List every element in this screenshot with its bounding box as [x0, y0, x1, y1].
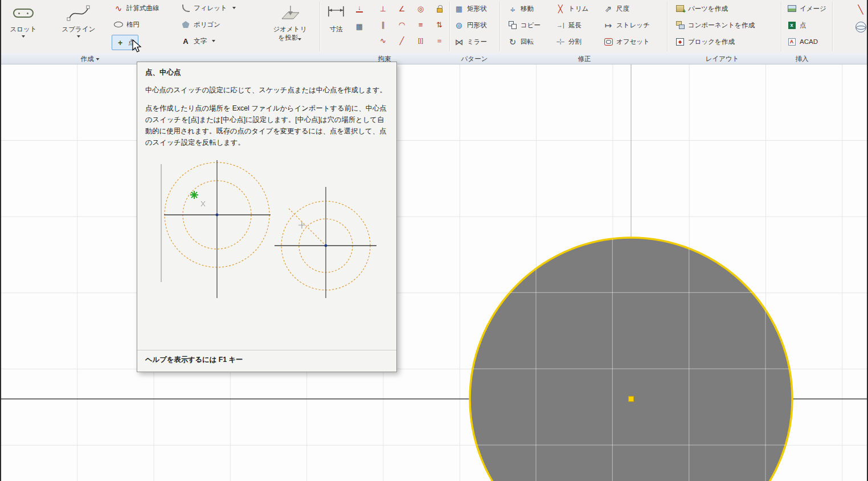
dimension-table-button[interactable]: ▦ [351, 19, 367, 34]
ellipse-button[interactable]: 楕円 [110, 17, 142, 32]
slot-button[interactable]: スロット [1, 0, 46, 52]
make-part-button[interactable]: パーツを作成 [672, 1, 731, 16]
import-points-button[interactable]: x 点 [784, 18, 809, 32]
panel-label-create[interactable]: 作成 [81, 55, 100, 63]
horizontal-constraint-button[interactable]: ╱ [393, 33, 411, 48]
mirror-button[interactable]: ⋈ ミラー [451, 34, 490, 49]
slot-label: スロット [10, 25, 36, 33]
sketch-canvas[interactable] [0, 64, 868, 481]
circular-pattern-label: 円形状 [467, 21, 487, 30]
tangent-constraint-button[interactable]: ∠ [393, 1, 411, 16]
faint-point-marker [298, 222, 305, 229]
make-components-label: コンポーネントを作成 [688, 21, 755, 30]
polygon-button[interactable]: ポリゴン [178, 17, 223, 32]
slot-icon [13, 9, 34, 18]
symmetric-constraint-button[interactable]: [|] [412, 33, 429, 48]
copy-icon [507, 20, 518, 30]
panel-separator [320, 2, 320, 51]
circular-pattern-button[interactable]: ⊚ 円形状 [451, 18, 490, 32]
copy-button[interactable]: コピー [505, 18, 543, 32]
auto-dimension-button[interactable]: ↓ [351, 1, 367, 16]
equation-curve-button[interactable]: ∿ 計算式曲線 [110, 1, 162, 15]
construction-icon: ╲ [858, 5, 863, 14]
trim-icon: ╳ [555, 3, 566, 14]
offset-button[interactable]: オフセット [600, 34, 653, 49]
insert-acad-button[interactable]: A ACAD [784, 34, 821, 49]
offset-label: オフセット [616, 38, 650, 46]
rectangular-pattern-button[interactable]: ▦ 矩形状 [451, 1, 490, 16]
scale-icon: ⇗ [603, 3, 613, 14]
text-button[interactable]: A 文字 [178, 34, 218, 48]
polygon-label: ポリゴン [194, 21, 220, 29]
chevron-down-icon [232, 7, 236, 9]
project-geometry-icon [279, 4, 301, 22]
insert-image-label: イメージ [800, 5, 826, 13]
insert-image-button[interactable]: イメージ [784, 1, 829, 16]
collinear-constraint-button[interactable]: ≡ [412, 17, 429, 32]
stretch-button[interactable]: ↦ ストレッチ [600, 18, 653, 32]
point-icon: + [115, 38, 125, 48]
rotate-label: 回転 [521, 38, 534, 46]
extend-button[interactable]: →| 延長 [552, 18, 584, 32]
ellipse-icon [113, 19, 124, 30]
image-icon [787, 3, 797, 14]
split-button[interactable]: –¦– 分割 [552, 34, 584, 49]
chevron-down-icon [22, 35, 25, 38]
concentric-constraint-button[interactable]: ◎ [412, 1, 429, 16]
panel-label-create-text: 作成 [81, 55, 94, 62]
spline-button[interactable]: スプライン [54, 0, 104, 52]
acad-icon: A [787, 36, 797, 47]
tooltip-divider [137, 350, 396, 350]
fix-constraint-button[interactable] [431, 1, 448, 16]
chevron-down-icon [298, 38, 301, 40]
panel-label-bar: 作成 拘束 パターン 修正 レイアウト 挿入 [0, 53, 868, 64]
smooth-constraint-button[interactable]: ∿ [374, 33, 392, 48]
create-block-label: ブロックを作成 [688, 38, 735, 46]
dimension-button[interactable]: 寸法 [322, 0, 350, 52]
equation-curve-label: 計算式曲線 [126, 4, 159, 13]
spline-icon [67, 5, 91, 22]
perpendicular-constraint-button[interactable]: ⊥ [374, 1, 392, 16]
import-points-label: 点 [800, 21, 806, 30]
coincident-constraint-button[interactable]: ◠ [393, 17, 411, 32]
circle-center-point[interactable] [629, 397, 634, 402]
project-geometry-label-line1: ジオメトリ [273, 25, 307, 33]
sketch-canvas-svg [0, 64, 868, 481]
make-components-button[interactable]: コンポーネントを作成 [672, 18, 758, 32]
extend-label: 延長 [568, 21, 582, 30]
sketch-circle[interactable] [470, 238, 792, 481]
panel-separator [449, 2, 450, 51]
fillet-button[interactable]: フィレット [178, 1, 239, 15]
vertical-constraint-button[interactable]: ⇅ [431, 17, 448, 32]
symmetric-icon: [|] [418, 38, 423, 44]
panel-menu-caret-icon [96, 58, 100, 60]
insert-acad-label: ACAD [800, 38, 818, 45]
vertical-icon: ⇅ [436, 21, 443, 28]
tooltip-help-hint: ヘルプを表示するには F1 キー [145, 355, 243, 365]
make-part-icon [675, 3, 685, 14]
panel-label-insert: 挿入 [796, 55, 809, 63]
scale-button[interactable]: ⇗ 尺度 [600, 1, 632, 16]
coincident-icon: ◠ [399, 21, 405, 28]
split-icon: –¦– [555, 36, 566, 47]
mirror-label: ミラー [467, 38, 487, 46]
fillet-icon [181, 3, 191, 13]
move-button[interactable]: ↔↕ 移動 [505, 1, 537, 16]
panel-separator [832, 2, 833, 51]
equal-constraint-button[interactable]: = [431, 33, 448, 48]
rotate-icon: ↻ [507, 36, 518, 47]
parallel-constraint-button[interactable]: ∥ [374, 17, 392, 32]
project-geometry-button[interactable]: ジオメトリ を投影 [261, 0, 319, 52]
trim-button[interactable]: ╳ トリム [552, 1, 591, 16]
sphere-tool-button[interactable] [853, 19, 868, 34]
ribbon-tools: スロット スプライン ∿ 計算式曲線 [0, 0, 868, 53]
dimension-label: 寸法 [330, 25, 343, 33]
create-block-button[interactable]: ◆ ブロックを作成 [672, 34, 738, 49]
move-icon: ↔↕ [507, 3, 518, 14]
smooth-icon: ∿ [380, 37, 386, 44]
green-point-marker [190, 191, 198, 199]
tooltip-point-centerpoint: 点、中心点 中心点のスイッチの設定に応じて、スケッチ点または中心点を作成します。… [137, 62, 397, 372]
construction-toggle-button[interactable]: ╲ [853, 2, 868, 17]
mouse-cursor [132, 39, 143, 56]
rotate-button[interactable]: ↻ 回転 [505, 34, 537, 49]
